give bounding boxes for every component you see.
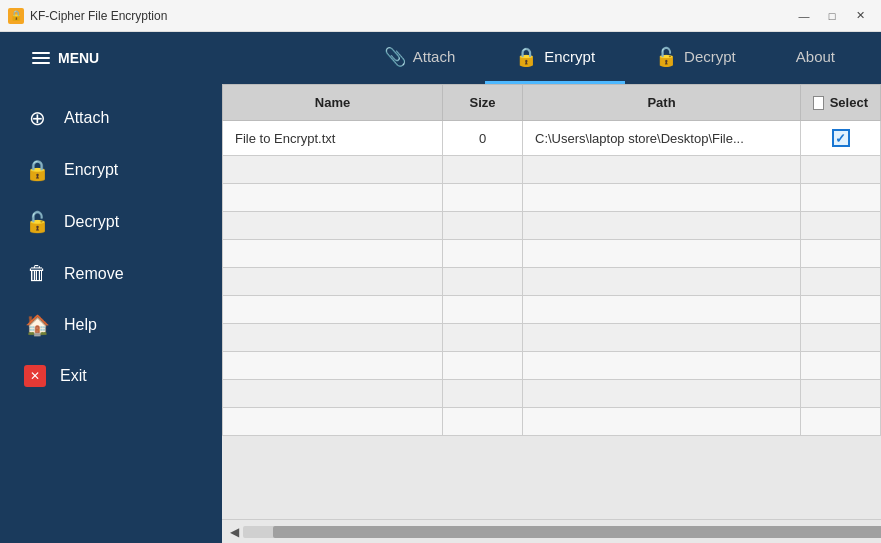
- empty-row: [223, 184, 881, 212]
- empty-row: [223, 324, 881, 352]
- close-button[interactable]: ✕: [847, 6, 873, 26]
- exit-sidebar-icon: ✕: [24, 365, 46, 387]
- empty-row: [223, 380, 881, 408]
- file-select-cell[interactable]: ✓: [801, 121, 881, 156]
- select-label: Select: [830, 95, 868, 110]
- encrypt-nav-icon: 🔒: [515, 46, 537, 68]
- file-size-cell: 0: [443, 121, 523, 156]
- app-icon: 🔒: [8, 8, 24, 24]
- empty-row: [223, 156, 881, 184]
- encrypt-sidebar-icon: 🔒: [24, 158, 50, 182]
- select-all-checkbox[interactable]: [813, 96, 824, 110]
- content-area: Name Size Path Select: [222, 84, 881, 543]
- sidebar-attach-label: Attach: [64, 109, 109, 127]
- empty-row: [223, 352, 881, 380]
- sidebar-item-exit[interactable]: ✕ Exit: [0, 351, 222, 401]
- nav-decrypt-label: Decrypt: [684, 48, 736, 65]
- empty-row: [223, 212, 881, 240]
- minimize-button[interactable]: —: [791, 6, 817, 26]
- main-layout: ⊕ Attach 🔒 Encrypt 🔓 Decrypt 🗑 Remove 🏠 …: [0, 84, 881, 543]
- nav-item-attach[interactable]: 📎 Attach: [354, 32, 486, 84]
- window-controls: — □ ✕: [791, 6, 873, 26]
- sidebar-exit-label: Exit: [60, 367, 87, 385]
- sidebar-item-remove[interactable]: 🗑 Remove: [0, 248, 222, 299]
- empty-row: [223, 408, 881, 436]
- empty-row: [223, 296, 881, 324]
- attach-nav-icon: 📎: [384, 46, 406, 68]
- scroll-left-button[interactable]: ◀: [226, 525, 243, 539]
- sidebar-encrypt-label: Encrypt: [64, 161, 118, 179]
- sidebar-item-encrypt[interactable]: 🔒 Encrypt: [0, 144, 222, 196]
- scrollbar-area: ◀ ▶: [222, 519, 881, 543]
- col-header-select: Select: [801, 85, 881, 121]
- col-header-size: Size: [443, 85, 523, 121]
- empty-row: [223, 240, 881, 268]
- title-bar: 🔒 KF-Cipher File Encryption — □ ✕: [0, 0, 881, 32]
- table-row: File to Encrypt.txt 0 C:\Users\laptop st…: [223, 121, 881, 156]
- sidebar-remove-label: Remove: [64, 265, 124, 283]
- empty-row: [223, 268, 881, 296]
- table-wrapper[interactable]: Name Size Path Select: [222, 84, 881, 519]
- col-header-path: Path: [523, 85, 801, 121]
- sidebar-decrypt-label: Decrypt: [64, 213, 119, 231]
- col-header-name: Name: [223, 85, 443, 121]
- decrypt-nav-icon: 🔓: [655, 46, 677, 68]
- table-header-row: Name Size Path Select: [223, 85, 881, 121]
- window-title: KF-Cipher File Encryption: [30, 9, 167, 23]
- maximize-button[interactable]: □: [819, 6, 845, 26]
- nav-item-about[interactable]: About: [766, 32, 865, 84]
- menu-label: MENU: [58, 50, 99, 66]
- app-container: MENU 📎 Attach 🔒 Encrypt 🔓 Decrypt About …: [0, 32, 881, 543]
- remove-sidebar-icon: 🗑: [24, 262, 50, 285]
- nav-item-decrypt[interactable]: 🔓 Decrypt: [625, 32, 766, 84]
- sidebar-help-label: Help: [64, 316, 97, 334]
- sidebar-item-help[interactable]: 🏠 Help: [0, 299, 222, 351]
- scrollbar-thumb: [273, 526, 881, 538]
- help-sidebar-icon: 🏠: [24, 313, 50, 337]
- nav-item-encrypt[interactable]: 🔒 Encrypt: [485, 32, 625, 84]
- nav-about-label: About: [796, 48, 835, 65]
- sidebar-item-attach[interactable]: ⊕ Attach: [0, 92, 222, 144]
- sidebar: ⊕ Attach 🔒 Encrypt 🔓 Decrypt 🗑 Remove 🏠 …: [0, 84, 222, 543]
- file-table: Name Size Path Select: [222, 84, 881, 436]
- row-checkbox[interactable]: ✓: [832, 129, 850, 147]
- horizontal-scrollbar[interactable]: [243, 526, 860, 538]
- menu-button[interactable]: MENU: [16, 32, 115, 84]
- file-name-cell: File to Encrypt.txt: [223, 121, 443, 156]
- nav-encrypt-label: Encrypt: [544, 48, 595, 65]
- title-bar-left: 🔒 KF-Cipher File Encryption: [8, 8, 167, 24]
- sidebar-item-decrypt[interactable]: 🔓 Decrypt: [0, 196, 222, 248]
- hamburger-icon: [32, 52, 50, 64]
- nav-attach-label: Attach: [413, 48, 456, 65]
- attach-sidebar-icon: ⊕: [24, 106, 50, 130]
- decrypt-sidebar-icon: 🔓: [24, 210, 50, 234]
- top-nav: MENU 📎 Attach 🔒 Encrypt 🔓 Decrypt About: [0, 32, 881, 84]
- file-path-cell: C:\Users\laptop store\Desktop\File...: [523, 121, 801, 156]
